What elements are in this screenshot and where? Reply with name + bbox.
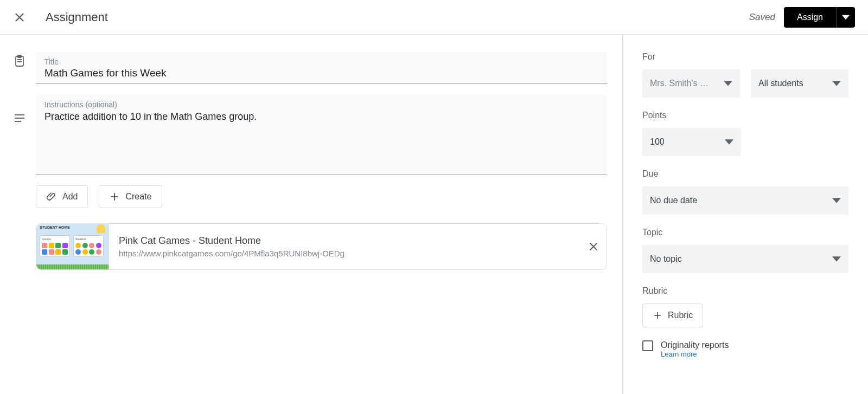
create-button[interactable]: Create	[99, 185, 162, 208]
due-label: Due	[642, 169, 848, 179]
title-label: Title	[44, 57, 598, 66]
field-icon-column	[13, 52, 26, 394]
originality-row: Originality reports Learn more	[642, 340, 848, 358]
instructions-input[interactable]: Practice addition to 10 in the Math Game…	[44, 110, 598, 170]
thumb-card2-label: Students	[75, 237, 101, 241]
due-value: No due date	[650, 196, 697, 205]
rubric-button[interactable]: Rubric	[642, 303, 703, 327]
instructions-label: Instructions (optional)	[44, 100, 598, 109]
thumb-card1-label: Groups	[42, 237, 68, 241]
assignment-icon	[13, 54, 26, 67]
attachment-url: https://www.pinkcatgames.com/go/4PMfla3q…	[119, 249, 571, 258]
settings-sidebar: For Mrs. Smith's … All students Points 1…	[623, 35, 868, 394]
caret-down-icon	[725, 138, 733, 146]
plus-icon	[653, 311, 662, 320]
caret-down-icon	[832, 196, 841, 205]
close-button[interactable]	[13, 11, 26, 24]
instructions-field[interactable]: Instructions (optional) Practice additio…	[36, 95, 607, 175]
topic-select[interactable]: No topic	[642, 245, 848, 273]
class-select[interactable]: Mrs. Smith's …	[642, 69, 740, 98]
originality-checkbox[interactable]	[642, 340, 653, 351]
add-label: Add	[62, 192, 78, 202]
saved-status: Saved	[749, 12, 775, 23]
caret-down-icon	[724, 79, 732, 88]
learn-more-link[interactable]: Learn more	[661, 350, 729, 358]
thumb-header: STUDENT HOME	[40, 225, 70, 229]
sun-icon	[97, 224, 105, 233]
assign-button[interactable]: Assign	[784, 7, 836, 28]
assign-button-group: Assign	[784, 7, 855, 28]
plus-icon	[109, 191, 120, 202]
attachment-actions: Add Create	[36, 185, 607, 208]
attachment-info: Pink Cat Games - Student Home https://ww…	[109, 235, 580, 258]
header-bar: Assignment Saved Assign	[0, 0, 868, 35]
rubric-label: Rubric	[642, 286, 848, 296]
form-column: Title Instructions (optional) Practice a…	[36, 52, 607, 394]
for-label: For	[642, 52, 848, 62]
topic-label: Topic	[642, 228, 848, 237]
points-select[interactable]: 100	[642, 128, 741, 156]
originality-label: Originality reports	[661, 340, 729, 350]
caret-down-icon	[832, 255, 841, 263]
text-lines-icon	[13, 112, 26, 125]
due-select[interactable]: No due date	[642, 186, 848, 215]
remove-attachment-button[interactable]	[580, 241, 607, 253]
students-select[interactable]: All students	[751, 69, 848, 98]
add-button[interactable]: Add	[36, 185, 88, 208]
attachment-title: Pink Cat Games - Student Home	[119, 235, 571, 247]
rubric-button-label: Rubric	[668, 311, 693, 320]
paperclip-icon	[46, 191, 57, 202]
title-field[interactable]: Title	[36, 52, 607, 84]
title-input[interactable]	[44, 67, 598, 79]
points-value: 100	[650, 137, 665, 147]
caret-down-icon	[842, 14, 850, 21]
topic-value: No topic	[650, 254, 682, 264]
students-select-value: All students	[758, 79, 803, 88]
grass-decoration	[36, 264, 108, 270]
close-icon	[588, 241, 599, 253]
create-label: Create	[125, 192, 151, 202]
close-icon	[13, 11, 26, 24]
attachment-card[interactable]: STUDENT HOME Groups Students	[36, 223, 607, 270]
main-panel: Title Instructions (optional) Practice a…	[0, 35, 623, 394]
caret-down-icon	[832, 79, 841, 88]
points-label: Points	[642, 111, 848, 120]
attachment-thumbnail: STUDENT HOME Groups Students	[36, 223, 109, 270]
class-select-value: Mrs. Smith's …	[650, 79, 709, 88]
assign-dropdown[interactable]	[836, 7, 855, 28]
page-title: Assignment	[46, 10, 749, 24]
